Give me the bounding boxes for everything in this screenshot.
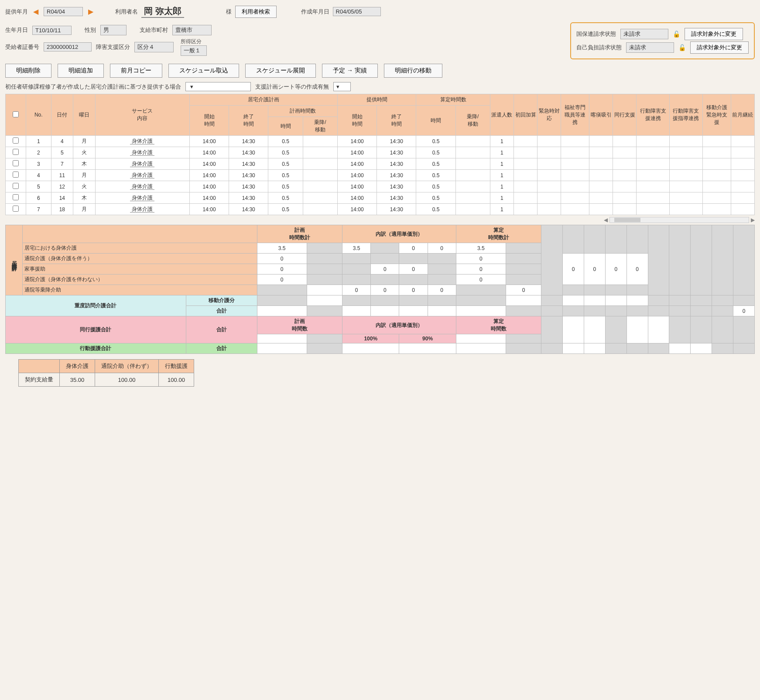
table-row: 37木身体介護14:0014:300.514:0014:300.51 — [6, 158, 755, 170]
user-name-label: 利用者名 — [115, 8, 138, 16]
judo-label: 重度訪問介護合計 — [6, 295, 186, 316]
billing-status-box: 国保連請求状態 未請求 🔓 請求対象外に変更 自己負担請求状態 未請求 🔓 請求… — [570, 22, 755, 59]
contract-h2: 通院介助（伴わず） — [95, 360, 159, 373]
table-row: 14月身体介護14:0014:300.514:0014:300.51 — [6, 136, 755, 147]
contract-row-label: 契約支給量 — [19, 373, 60, 387]
judo-total-label: 合計 — [186, 306, 257, 316]
horizontal-scrollbar[interactable]: ◀ ▶ — [5, 217, 755, 223]
trainee-select[interactable]: ▾ — [185, 82, 251, 91]
scroll-right-icon[interactable]: ▶ — [751, 217, 755, 223]
doko-label: 同行援護合計 — [6, 316, 186, 343]
contract-h1: 身体介護 — [60, 360, 95, 373]
r4-label: 通院介護（身体介護を伴わない） — [23, 275, 257, 285]
col-prov-start: 開始 時間 — [338, 106, 377, 136]
jiko-field: 未請求 — [626, 42, 674, 53]
detail-add-button[interactable]: 明細追加 — [58, 64, 104, 78]
col-dispatch: 派遣人数 — [490, 94, 514, 136]
table-row: 718月身体介護14:0014:300.514:0014:300.51 — [6, 204, 755, 215]
jiko-label: 自己負担請求状態 — [576, 44, 622, 51]
r5-label: 通院等乗降介助 — [23, 285, 257, 295]
scroll-left-icon[interactable]: ◀ — [604, 217, 608, 223]
service-link[interactable]: 身体介護 — [130, 149, 154, 156]
row-checkbox[interactable] — [13, 172, 19, 178]
user-search-button[interactable]: 利用者検索 — [235, 6, 277, 18]
table-row: 614木身体介護14:0014:300.514:0014:300.51 — [6, 192, 755, 204]
create-date-label: 作成年月日 — [301, 8, 329, 16]
row-checkbox[interactable] — [13, 183, 19, 189]
contract-table: 身体介護 通院介助（伴わず） 行動援護 契約支給量 35.00 100.00 1… — [18, 359, 194, 387]
plan-to-actual-button[interactable]: 予定 → 実績 — [322, 64, 378, 78]
service-link[interactable]: 身体介護 — [130, 183, 154, 190]
contract-v3: 100.00 — [159, 373, 194, 387]
city-field: 豊橋市 — [172, 25, 212, 35]
sex-label: 性別 — [85, 26, 96, 34]
contract-h3: 行動援護 — [159, 360, 194, 373]
row-checkbox[interactable] — [13, 160, 19, 166]
plan-sheet-select[interactable]: ▾ — [333, 82, 351, 91]
prev-month-icon[interactable]: ◀ — [31, 7, 40, 16]
service-link[interactable]: 身体介護 — [130, 138, 154, 144]
service-link[interactable]: 身体介護 — [130, 172, 154, 178]
recip-field: 2300000012 — [44, 42, 92, 51]
recip-label: 受給者証番号 — [5, 43, 39, 51]
provide-ym-label: 提供年月 — [5, 8, 28, 16]
move-rows-button[interactable]: 明細行の移動 — [384, 64, 442, 78]
col-suction: 喀痰吸引 — [589, 94, 613, 136]
col-welfare: 福祉専門職員等連携 — [561, 94, 589, 136]
col-date: 日付 — [51, 94, 73, 136]
col-prev: 前月継続 — [731, 94, 754, 136]
detail-table: No. 日付 曜日 サービス 内容 居宅介護計画 提供時間 算定時間数 派遣人数… — [5, 94, 755, 215]
col-hrs: 時間 — [268, 117, 303, 136]
doko-total-label: 合計 — [186, 316, 257, 343]
kodo-label: 行動援護合計 — [6, 343, 186, 354]
row-checkbox[interactable] — [13, 149, 19, 155]
service-link[interactable]: 身体介護 — [130, 206, 154, 213]
schedule-expand-button[interactable]: スケジュール展開 — [245, 64, 316, 78]
unlock-icon[interactable]: 🔓 — [673, 31, 680, 38]
unlock-icon[interactable]: 🔓 — [678, 44, 686, 51]
col-move-emerg: 移動介護緊急時支援 — [702, 94, 731, 136]
kokuho-field: 未請求 — [620, 29, 668, 39]
contract-v2: 100.00 — [95, 373, 159, 387]
next-month-icon[interactable]: ▶ — [86, 7, 95, 16]
col-plan-hrs-group: 計画時間数 — [268, 106, 338, 117]
service-link[interactable]: 身体介護 — [130, 195, 154, 201]
row-checkbox[interactable] — [13, 137, 19, 144]
breakdown-hdr: 内訳（適用単価別） — [342, 225, 456, 243]
col-calc-group: 算定時間数 — [416, 94, 490, 106]
col-accomp: 同行支援 — [613, 94, 637, 136]
totals-table: 居宅介護合計 計画 時間数計 内訳（適用単価別） 算定 時間数計 居宅における身… — [5, 225, 755, 354]
plan-hrs-total-hdr: 計画 時間数計 — [257, 225, 342, 243]
prev-copy-button[interactable]: 前月コピー — [110, 64, 162, 78]
provide-ym-field[interactable]: R04/04 — [44, 7, 83, 16]
kokuho-exclude-button[interactable]: 請求対象外に変更 — [685, 28, 743, 40]
table-row: 512火身体介護14:0014:300.514:0014:300.51 — [6, 181, 755, 192]
jiko-exclude-button[interactable]: 請求対象外に変更 — [690, 41, 749, 54]
row-checkbox[interactable] — [13, 194, 19, 200]
schedule-import-button[interactable]: スケジュール取込 — [168, 64, 239, 78]
sex-field: 男 — [100, 25, 127, 35]
create-date-field[interactable]: R04/05/05 — [333, 7, 381, 16]
birth-label: 生年月日 — [5, 26, 28, 34]
service-link[interactable]: 身体介護 — [130, 161, 154, 167]
kokuho-label: 国保連請求状態 — [576, 30, 616, 38]
r2-label: 通院介護（身体介護を伴う） — [23, 254, 257, 264]
contract-v1: 35.00 — [60, 373, 95, 387]
income-label: 所得区分 — [181, 38, 202, 45]
sama-label: 様 — [226, 8, 232, 16]
level-field: 区分４ — [134, 42, 174, 52]
select-all-checkbox[interactable] — [13, 111, 19, 117]
detail-delete-button[interactable]: 明細削除 — [5, 64, 51, 78]
kodo-total-label: 合計 — [186, 343, 257, 354]
judo-move-label: 移動介護分 — [186, 295, 257, 306]
col-plan-end: 終了 時間 — [229, 106, 268, 136]
table-row: 25火身体介護14:0014:300.514:0014:300.51 — [6, 147, 755, 158]
col-service: サービス 内容 — [95, 94, 189, 136]
row-checkbox[interactable] — [13, 206, 19, 212]
col-calc-ride: 乗降/ 移動 — [455, 106, 490, 136]
plan-sheet-label: 支援計画シート等の作成有無 — [255, 83, 329, 91]
city-label: 支給市町村 — [140, 26, 168, 34]
col-behav2: 行動障害支援指導連携 — [670, 94, 703, 136]
r3-label: 家事援助 — [23, 264, 257, 275]
col-prov-group: 提供時間 — [338, 94, 416, 106]
